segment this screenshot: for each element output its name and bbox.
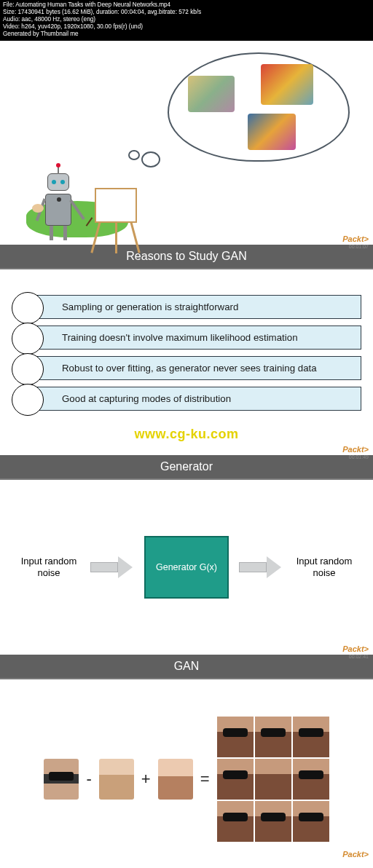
brand-logo: Packt> <box>342 445 369 454</box>
bullet-circle-icon <box>12 292 44 324</box>
watermark: www.cg-ku.com <box>0 427 373 442</box>
input-label: Input random noise <box>17 556 80 578</box>
face-woman-icon <box>158 759 193 800</box>
reason-text: Training doesn't involve maximum likelih… <box>28 326 361 350</box>
brand-logo: Packt> <box>342 850 369 859</box>
reason-item: Robust to over fitting, as generator nev… <box>28 356 361 380</box>
reason-item: Sampling or generation is straightforwar… <box>28 295 361 319</box>
reason-text: Good at capturing modes of distribution <box>28 387 361 411</box>
timecode: 00:01:49 <box>349 454 369 459</box>
robot-icon <box>45 194 71 226</box>
arrow-right-icon <box>90 558 134 577</box>
painting-thumbnail-icon <box>248 114 296 150</box>
easel-icon <box>95 188 137 223</box>
face-man-glasses-icon <box>44 759 79 800</box>
reason-text: Sampling or generation is straightforwar… <box>28 295 361 319</box>
face-result-icon <box>293 801 329 842</box>
meta-video: Video: h264, yuv420p, 1920x1080, 30.00 f… <box>3 23 370 31</box>
slide-reasons: Sampling or generation is straightforwar… <box>0 269 373 455</box>
meta-file: File: Automating Human Tasks with Deep N… <box>3 1 370 9</box>
timecode: 00:01:07 <box>349 244 369 249</box>
face-result-icon <box>293 759 329 800</box>
heading-generator: Generator <box>0 455 373 478</box>
face-result-icon <box>255 717 291 757</box>
face-result-icon <box>217 759 254 800</box>
face-result-icon <box>293 717 329 757</box>
reason-item: Training doesn't involve maximum likelih… <box>28 326 361 350</box>
painting-thumbnail-icon <box>261 64 313 105</box>
face-result-icon <box>255 801 291 842</box>
timecode: 00:02:41 <box>349 654 369 659</box>
meta-audio: Audio: aac, 48000 Hz, stereo (eng) <box>3 16 370 23</box>
brand-logo: Packt> <box>342 644 369 653</box>
timecode: 00:03:27 <box>349 859 369 860</box>
bullet-circle-icon <box>12 353 44 385</box>
slide-gan-arithmetic: - + = Packt> 00:03:27 <box>0 679 373 860</box>
face-man-icon <box>99 759 134 800</box>
slide-generator: Input random noise Generator G(x) Input … <box>0 480 373 655</box>
face-result-icon <box>255 759 291 800</box>
thought-bubble <box>168 52 350 162</box>
result-face-grid <box>217 717 329 842</box>
heading-reasons: Reasons to Study GAN <box>0 245 373 268</box>
bubble-puff-icon <box>128 150 140 160</box>
face-result-icon <box>217 801 254 842</box>
slide-intro: Packt> 00:01:07 <box>0 41 373 245</box>
plus-operator: + <box>140 770 152 789</box>
bubble-puff-icon <box>141 151 160 167</box>
minus-operator: - <box>85 770 93 789</box>
equals-operator: = <box>199 770 211 789</box>
arrow-right-icon <box>239 558 283 577</box>
painting-thumbnail-icon <box>188 76 235 112</box>
output-label: Input random noise <box>293 556 356 578</box>
reason-item: Good at capturing modes of distribution <box>28 387 361 411</box>
bullet-circle-icon <box>12 323 44 355</box>
meta-generated: Generated by Thumbnail me <box>3 31 370 38</box>
brand-logo: Packt> <box>342 234 369 243</box>
heading-gan: GAN <box>0 655 373 678</box>
video-metadata-header: File: Automating Human Tasks with Deep N… <box>0 0 373 41</box>
generator-box: Generator G(x) <box>144 536 229 599</box>
bullet-circle-icon <box>12 384 44 416</box>
face-result-icon <box>217 717 254 757</box>
reason-text: Robust to over fitting, as generator nev… <box>28 356 361 380</box>
meta-size: Size: 17430941 bytes (16.62 MiB), durati… <box>3 9 370 16</box>
